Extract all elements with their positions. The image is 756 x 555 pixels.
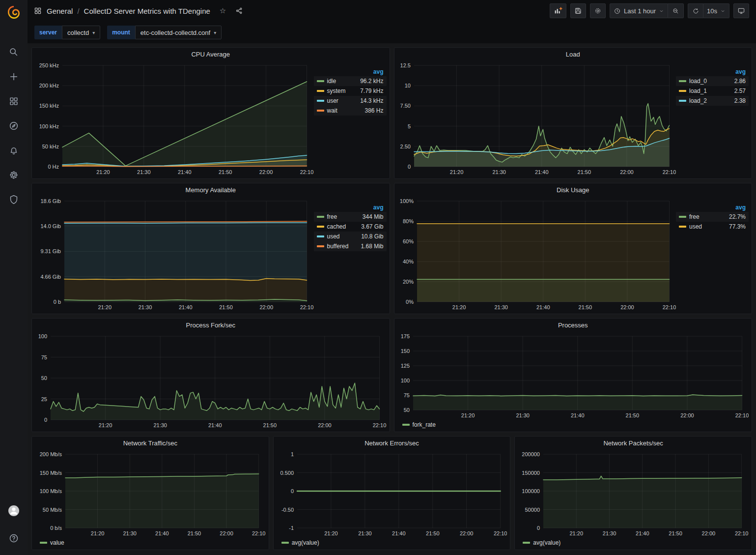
- network-packets-chart: 05000010000015000020000021:2021:3021:402…: [518, 449, 749, 538]
- grafana-app: General / CollectD Server Metrics with T…: [0, 0, 756, 555]
- series-color-swatch: [679, 90, 686, 92]
- svg-text:0%: 0%: [406, 299, 414, 305]
- svg-text:22:00: 22:00: [318, 422, 332, 428]
- variable-mount-label: mount: [107, 26, 135, 39]
- panel-title[interactable]: Load: [394, 48, 752, 60]
- legend-avg-header[interactable]: avg: [373, 204, 384, 211]
- legend-avg-header[interactable]: avg: [735, 204, 746, 211]
- panel-title[interactable]: Disk Usage: [394, 183, 752, 196]
- svg-text:50000: 50000: [525, 507, 540, 513]
- panel-title[interactable]: Network Traffic/sec: [32, 437, 269, 449]
- zoom-out-icon: [672, 7, 679, 15]
- chevron-down-icon: ▾: [92, 30, 95, 35]
- svg-text:50: 50: [403, 407, 409, 413]
- svg-text:21:40: 21:40: [534, 169, 548, 175]
- variable-server-value: collectd: [67, 29, 89, 36]
- network-traffic-chart: 0 b/s50 Mb/s100 Mb/s150 Mb/s200 Mb/s21:2…: [35, 449, 266, 538]
- series-color-swatch: [317, 235, 324, 237]
- svg-text:21:40: 21:40: [536, 304, 550, 310]
- refresh-group: 10s: [688, 3, 729, 18]
- svg-text:21:20: 21:20: [99, 422, 112, 428]
- sidebar: [0, 0, 28, 555]
- chevron-down-icon: ▾: [214, 30, 216, 35]
- svg-text:0 Hz: 0 Hz: [48, 164, 59, 170]
- chevron-down-icon: [720, 8, 726, 14]
- grafana-logo[interactable]: [0, 0, 28, 25]
- panel-network-packets: Network Packets/sec 05000010000015000020…: [514, 436, 752, 550]
- time-range-picker[interactable]: Last 1 hour: [610, 3, 668, 18]
- zoom-out-time-button[interactable]: [668, 3, 684, 18]
- legend-item-system: system7.79 kHz: [314, 86, 387, 96]
- svg-text:175: 175: [400, 333, 409, 339]
- svg-text:-1: -1: [289, 525, 294, 531]
- sidebar-search-button[interactable]: [4, 42, 24, 62]
- panel-title[interactable]: CPU Average: [32, 48, 390, 60]
- variable-server-select[interactable]: collectd ▾: [62, 26, 100, 39]
- svg-text:200000: 200000: [522, 451, 540, 457]
- legend-item-user: user14.3 kHz: [314, 96, 387, 106]
- svg-text:1: 1: [291, 451, 294, 457]
- dashboard-title[interactable]: CollectD Server Metrics with TDengine: [84, 7, 210, 15]
- svg-text:60%: 60%: [402, 238, 413, 244]
- svg-text:21:20: 21:20: [570, 530, 584, 536]
- panel-title[interactable]: Network Packets/sec: [515, 437, 752, 449]
- panel-title[interactable]: Network Errors/sec: [274, 437, 510, 449]
- star-dashboard-button[interactable]: ☆: [220, 6, 226, 15]
- legend-avg-header[interactable]: avg: [735, 68, 746, 75]
- processes-legend: fork_rate: [397, 420, 749, 430]
- refresh-button[interactable]: [688, 3, 703, 18]
- series-color-swatch: [40, 542, 47, 544]
- series-color-swatch: [317, 80, 324, 82]
- panel-title[interactable]: Process Fork/sec: [32, 319, 390, 331]
- dashboard-settings-button[interactable]: [590, 3, 606, 18]
- panel-title[interactable]: Processes: [394, 319, 752, 331]
- dashboard-grid-icon: [33, 6, 42, 15]
- chevron-down-icon: [659, 8, 664, 14]
- svg-text:21:20: 21:20: [98, 304, 112, 310]
- series-color-swatch: [523, 542, 530, 544]
- svg-text:21:30: 21:30: [494, 304, 508, 310]
- svg-text:22:10: 22:10: [662, 169, 676, 175]
- user-avatar[interactable]: [4, 501, 24, 521]
- svg-text:22:10: 22:10: [735, 530, 749, 536]
- svg-text:21:30: 21:30: [603, 530, 616, 536]
- svg-text:21:40: 21:40: [179, 304, 193, 310]
- svg-text:21:50: 21:50: [188, 530, 201, 536]
- series-color-swatch: [317, 216, 324, 218]
- svg-text:14.0 Gib: 14.0 Gib: [40, 223, 61, 229]
- sidebar-alerting-button[interactable]: [4, 141, 24, 160]
- add-panel-button[interactable]: [550, 3, 566, 18]
- cycle-view-mode-button[interactable]: [733, 3, 749, 18]
- legend-avg-header[interactable]: avg: [373, 68, 384, 75]
- gear-icon: [8, 170, 19, 180]
- share-dashboard-button[interactable]: [235, 7, 243, 15]
- svg-text:40%: 40%: [402, 259, 413, 264]
- refresh-interval-picker[interactable]: 10s: [703, 3, 729, 18]
- sidebar-server-admin-button[interactable]: [4, 190, 24, 209]
- disk-legend: avg free22.7% used77.3%: [676, 196, 749, 312]
- network-traffic-legend: value: [35, 538, 266, 548]
- question-circle-icon: [8, 533, 19, 544]
- sidebar-dashboards-button[interactable]: [4, 91, 24, 111]
- svg-text:0 b: 0 b: [54, 299, 61, 305]
- main-area: General / CollectD Server Metrics with T…: [28, 0, 756, 555]
- sidebar-create-button[interactable]: [4, 67, 24, 87]
- variable-mount-select[interactable]: etc-collectd-collectd.conf ▾: [135, 26, 222, 39]
- svg-text:0 b/s: 0 b/s: [50, 525, 62, 531]
- svg-text:21:50: 21:50: [219, 304, 233, 310]
- save-dashboard-button[interactable]: [570, 3, 586, 18]
- panel-title[interactable]: Memory Available: [32, 183, 390, 196]
- panel-load: Load 02.5057.501012.521:2021:3021:4021:5…: [394, 47, 753, 179]
- cpu-average-legend: avg idle96.2 kHz system7.79 kHz user14.3…: [314, 60, 387, 176]
- panel-memory-available: Memory Available 0 b4.66 Gib9.31 Gib14.0…: [31, 183, 390, 314]
- breadcrumb-folder[interactable]: General: [47, 7, 73, 15]
- help-button[interactable]: [4, 528, 24, 548]
- svg-text:5: 5: [407, 123, 410, 129]
- sidebar-explore-button[interactable]: [4, 116, 24, 136]
- legend-item-load1: load_12.57: [676, 86, 749, 96]
- svg-text:7.50: 7.50: [400, 103, 410, 109]
- sidebar-configuration-button[interactable]: [4, 165, 24, 185]
- shield-icon: [8, 194, 19, 205]
- svg-text:22:00: 22:00: [620, 304, 634, 310]
- svg-text:25: 25: [41, 396, 47, 402]
